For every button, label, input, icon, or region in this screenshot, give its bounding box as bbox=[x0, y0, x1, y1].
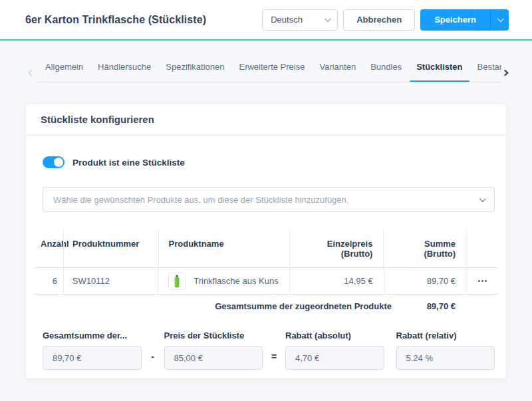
product-name-text: Trinkflasche aus Kunsts... bbox=[194, 276, 279, 286]
product-thumbnail bbox=[168, 273, 186, 290]
tab-haendlersuche[interactable]: Händlersuche bbox=[90, 55, 158, 82]
language-select-value: Deutsch bbox=[271, 15, 303, 25]
grid-total-row: Gesamtsumme der zugeordneten Produkte 89… bbox=[34, 295, 498, 317]
stueckliste-toggle[interactable] bbox=[43, 156, 65, 168]
product-select[interactable]: Wähle die gewünschten Produkte aus, um d… bbox=[43, 187, 495, 212]
grid-header-row: Anzahl Produktnummer Produktname Einzelp… bbox=[34, 229, 498, 268]
total-label: Gesamtsumme der zugeordneten Produkte bbox=[34, 301, 392, 311]
tabs-scroll-right-button[interactable] bbox=[503, 66, 507, 78]
bottle-icon bbox=[174, 275, 180, 288]
column-header-einzelpreis: Einzelpreis (Brutto) bbox=[289, 229, 384, 267]
chevron-down-icon bbox=[325, 15, 331, 22]
tab-bestand[interactable]: Bestand bbox=[470, 55, 502, 82]
tab-allgemein[interactable]: Allgemein bbox=[38, 55, 90, 82]
field-rabatt-relativ: Rabatt (relativ) 5.24 % bbox=[396, 331, 495, 370]
cell-einzelpreis: 14,95 € bbox=[289, 268, 383, 294]
tab-erweiterte-preise[interactable]: Erweiterte Preise bbox=[231, 55, 312, 82]
cancel-button[interactable]: Abbrechen bbox=[343, 9, 415, 31]
save-context-button[interactable] bbox=[490, 9, 509, 31]
tab-varianten[interactable]: Varianten bbox=[312, 55, 363, 82]
cell-produktname: Trinkflasche aus Kunsts... bbox=[158, 268, 289, 294]
tabs-scroll-left-button[interactable] bbox=[29, 66, 34, 78]
rabatt-absolut-input[interactable]: 4,70 € bbox=[285, 346, 384, 370]
minus-operator: - bbox=[142, 351, 164, 370]
product-detail-page: 6er Karton Trinkflasche (Stückliste) Deu… bbox=[0, 0, 532, 401]
card-header: Stückliste konfigurieren bbox=[26, 104, 506, 136]
summary-fields: Gesamtsumme der... 89,70 € - Preis der S… bbox=[43, 331, 495, 370]
field-label: Rabatt (relativ) bbox=[396, 331, 495, 340]
products-grid: Anzahl Produktnummer Produktname Einzelp… bbox=[34, 229, 498, 317]
column-header-anzahl: Anzahl bbox=[34, 229, 63, 267]
chevron-right-icon bbox=[502, 70, 509, 76]
field-gesamtsumme: Gesamtsumme der... 89,70 € bbox=[43, 331, 142, 370]
total-value: 89,70 € bbox=[392, 301, 456, 311]
field-label: Rabatt (absolut) bbox=[285, 331, 384, 340]
tab-stuecklisten[interactable]: Stücklisten bbox=[409, 55, 469, 82]
column-header-summe: Summe (Brutto) bbox=[383, 229, 466, 267]
row-context-menu-button[interactable] bbox=[466, 268, 498, 294]
stueckliste-card: Stückliste konfigurieren Produkt ist ein… bbox=[25, 103, 507, 379]
field-label: Gesamtsumme der... bbox=[43, 331, 142, 340]
product-tabs: Allgemein Händlersuche Spezifikationen E… bbox=[38, 55, 501, 82]
chevron-down-icon bbox=[497, 15, 504, 22]
language-select[interactable]: Deutsch bbox=[262, 9, 338, 31]
column-header-produktnummer: Produktnummer bbox=[63, 229, 158, 267]
field-label: Preis der Stückliste bbox=[164, 331, 263, 340]
smart-bar: 6er Karton Trinkflasche (Stückliste) Deu… bbox=[0, 0, 532, 41]
preis-stueckliste-input[interactable]: 85,00 € bbox=[164, 346, 263, 370]
field-preis-stueckliste: Preis der Stückliste 85,00 € bbox=[164, 331, 263, 370]
column-header-actions bbox=[466, 229, 498, 267]
equals-operator: = bbox=[263, 351, 285, 370]
field-rabatt-absolut: Rabatt (absolut) 4,70 € bbox=[285, 331, 384, 370]
rabatt-relativ-input[interactable]: 5.24 % bbox=[396, 346, 495, 370]
card-title: Stückliste konfigurieren bbox=[41, 114, 154, 125]
toggle-row: Produkt ist eine Stückliste bbox=[43, 156, 489, 168]
cell-summe: 89,70 € bbox=[384, 268, 466, 294]
page-title: 6er Karton Trinkflasche (Stückliste) bbox=[25, 14, 206, 26]
toggle-knob bbox=[54, 158, 63, 167]
tab-spezifikationen[interactable]: Spezifikationen bbox=[158, 55, 231, 82]
ellipsis-icon bbox=[481, 280, 483, 282]
toggle-label: Produkt ist eine Stückliste bbox=[72, 158, 185, 168]
smart-bar-actions: Deutsch Abbrechen Speichern bbox=[262, 9, 509, 31]
product-select-placeholder: Wähle die gewünschten Produkte aus, um d… bbox=[53, 195, 348, 205]
column-header-produktname: Produktname bbox=[158, 229, 289, 267]
tab-bundles[interactable]: Bundles bbox=[363, 55, 409, 82]
cell-produktnummer: SW10112 bbox=[63, 268, 158, 294]
save-button[interactable]: Speichern bbox=[420, 9, 490, 31]
table-row: 6 SW10112 Trinkflasche aus Kunsts... 14,… bbox=[34, 268, 498, 295]
save-split-button: Speichern bbox=[420, 9, 509, 31]
gesamtsumme-input[interactable]: 89,70 € bbox=[43, 346, 142, 370]
chevron-down-icon bbox=[479, 196, 486, 202]
chevron-left-icon bbox=[29, 70, 35, 76]
cell-anzahl: 6 bbox=[34, 268, 63, 294]
